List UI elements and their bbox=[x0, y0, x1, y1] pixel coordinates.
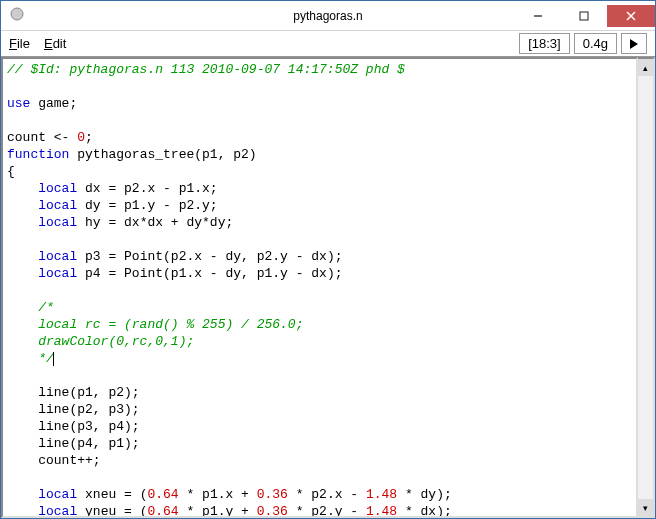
code-number: 1.48 bbox=[366, 487, 397, 502]
code-keyword: local bbox=[38, 487, 77, 502]
code-text: * p2.y - bbox=[288, 504, 366, 518]
code-text: line(p2, p3); bbox=[7, 402, 140, 417]
code-text: pythagoras_tree(p1, p2) bbox=[69, 147, 256, 162]
code-keyword: local bbox=[38, 198, 77, 213]
svg-marker-5 bbox=[630, 39, 638, 49]
code-text: count <- bbox=[7, 130, 77, 145]
text-caret bbox=[53, 352, 54, 366]
code-keyword: use bbox=[7, 96, 30, 111]
code-text: line(p4, p1); bbox=[7, 436, 140, 451]
code-comment: /* bbox=[7, 300, 54, 315]
code-text: * dy); bbox=[397, 487, 452, 502]
minimize-button[interactable] bbox=[515, 5, 561, 27]
code-number: 1.48 bbox=[366, 504, 397, 518]
svg-point-0 bbox=[11, 8, 23, 20]
code-text: * dx); bbox=[397, 504, 452, 518]
menu-edit[interactable]: Edit bbox=[44, 36, 66, 51]
code-text: p3 = Point(p2.x - dy, p2.y - dx); bbox=[77, 249, 342, 264]
code-editor[interactable]: // $Id: pythagoras.n 113 2010-09-07 14:1… bbox=[1, 57, 638, 518]
scroll-down-arrow[interactable]: ▾ bbox=[638, 499, 653, 516]
run-button[interactable] bbox=[621, 33, 647, 54]
code-text: yneu = ( bbox=[77, 504, 147, 518]
code-text: line(p3, p4); bbox=[7, 419, 140, 434]
menubar: File Edit [18:3] 0.4g bbox=[1, 31, 655, 57]
code-text: count++; bbox=[7, 453, 101, 468]
code-text: dx = p2.x - p1.x; bbox=[77, 181, 217, 196]
code-text: dy = p1.y - p2.y; bbox=[77, 198, 217, 213]
code-keyword: function bbox=[7, 147, 69, 162]
code-comment: drawColor(0,rc,0,1); bbox=[7, 334, 194, 349]
code-keyword: local bbox=[38, 504, 77, 518]
app-icon bbox=[9, 6, 29, 26]
window-controls bbox=[515, 5, 655, 27]
code-text: * p1.x + bbox=[179, 487, 257, 502]
close-button[interactable] bbox=[607, 5, 655, 27]
code-text: p4 = Point(p1.x - dy, p1.y - dx); bbox=[77, 266, 342, 281]
maximize-button[interactable] bbox=[561, 5, 607, 27]
code-number: 0 bbox=[77, 130, 85, 145]
code-keyword: local bbox=[38, 215, 77, 230]
code-text: ; bbox=[85, 130, 93, 145]
code-number: 0.36 bbox=[257, 487, 288, 502]
code-text: line(p1, p2); bbox=[7, 385, 140, 400]
code-text: game; bbox=[30, 96, 77, 111]
code-keyword: local bbox=[38, 181, 77, 196]
code-comment: local rc = (rand() % 255) / 256.0; bbox=[7, 317, 303, 332]
titlebar: pythagoras.n bbox=[1, 1, 655, 31]
svg-rect-2 bbox=[580, 12, 588, 20]
code-number: 0.64 bbox=[147, 487, 178, 502]
code-comment: */ bbox=[7, 351, 54, 366]
cursor-position: [18:3] bbox=[519, 33, 570, 54]
code-text: * p1.y + bbox=[179, 504, 257, 518]
scroll-up-arrow[interactable]: ▴ bbox=[638, 59, 653, 76]
vertical-scrollbar[interactable]: ▴ ▾ bbox=[638, 57, 655, 518]
code-text: xneu = ( bbox=[77, 487, 147, 502]
memory-indicator: 0.4g bbox=[574, 33, 617, 54]
code-comment: // $Id: pythagoras.n 113 2010-09-07 14:1… bbox=[7, 62, 405, 77]
editor-area: // $Id: pythagoras.n 113 2010-09-07 14:1… bbox=[1, 57, 655, 518]
code-text: * p2.x - bbox=[288, 487, 366, 502]
code-text: hy = dx*dx + dy*dy; bbox=[77, 215, 233, 230]
play-icon bbox=[629, 38, 639, 50]
menu-file[interactable]: File bbox=[9, 36, 30, 51]
code-keyword: local bbox=[38, 266, 77, 281]
code-keyword: local bbox=[38, 249, 77, 264]
scroll-track[interactable] bbox=[638, 76, 653, 499]
code-number: 0.64 bbox=[147, 504, 178, 518]
code-text: { bbox=[7, 164, 15, 179]
code-number: 0.36 bbox=[257, 504, 288, 518]
